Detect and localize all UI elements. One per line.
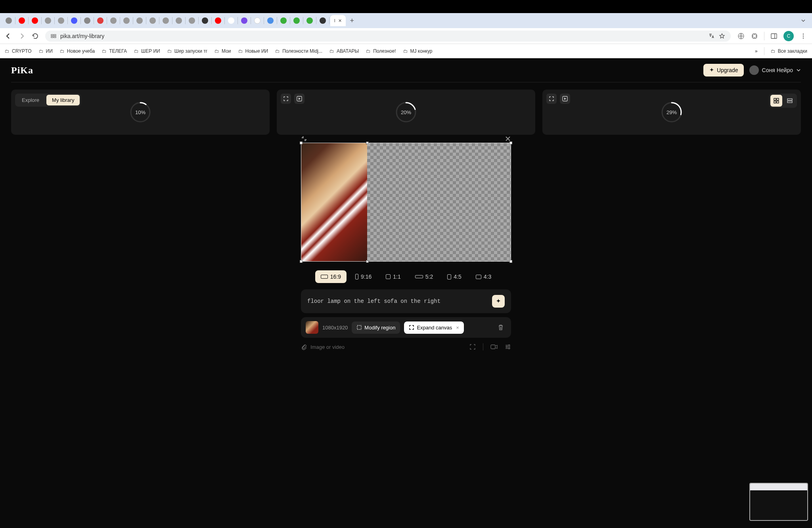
image-thumbnail[interactable] — [306, 321, 318, 334]
tab-explore[interactable]: Explore — [16, 95, 45, 105]
browser-tab[interactable] — [199, 16, 211, 25]
aspect-4-5[interactable]: 4:5 — [442, 270, 467, 283]
resize-handle[interactable] — [509, 142, 512, 144]
bookmark-item[interactable]: 🗀Шер запуски тг — [167, 48, 207, 54]
browser-tab[interactable] — [29, 16, 40, 25]
enhance-button[interactable] — [492, 295, 505, 308]
attachment-icon[interactable] — [301, 344, 307, 350]
tab-my-library[interactable]: My library — [46, 95, 80, 105]
globe-icon[interactable] — [737, 32, 745, 40]
play-icon[interactable] — [294, 94, 304, 104]
browser-tab[interactable] — [147, 16, 158, 25]
app-root: PiKa Upgrade Соня Нейро Explore My libra… — [0, 58, 812, 528]
bookmark-item[interactable]: 🗀АВАТАРЫ — [329, 48, 359, 54]
close-icon[interactable] — [505, 136, 511, 142]
browser-tab[interactable] — [186, 16, 197, 25]
upgrade-button[interactable]: Upgrade — [703, 64, 744, 77]
list-view-button[interactable] — [784, 95, 796, 107]
delete-button[interactable] — [495, 322, 506, 333]
browser-tab[interactable] — [82, 16, 93, 25]
translate-icon[interactable] — [709, 33, 715, 39]
expand-icon[interactable] — [281, 94, 291, 104]
url-bar[interactable]: pika.art/my-library — [45, 31, 731, 42]
browser-tab[interactable] — [226, 16, 237, 25]
resize-handle[interactable] — [300, 142, 303, 144]
close-icon[interactable]: × — [456, 325, 459, 331]
folder-icon: 🗀 — [102, 48, 107, 54]
bookmarks-overflow[interactable]: » — [755, 48, 758, 54]
bookmark-item[interactable]: 🗀ШЕР ИИ — [134, 48, 160, 54]
grid-view-button[interactable] — [770, 95, 782, 107]
prompt-row — [301, 289, 511, 313]
settings-icon[interactable] — [505, 344, 511, 350]
app-header: PiKa Upgrade Соня Нейро — [0, 58, 812, 82]
canvas[interactable] — [301, 143, 511, 262]
bookmark-item[interactable]: 🗀Новое учеба — [60, 48, 95, 54]
progress-card: 20% — [277, 90, 535, 135]
extensions-icon[interactable] — [751, 32, 758, 40]
profile-avatar[interactable]: C — [783, 31, 794, 41]
expand-icon[interactable] — [546, 94, 557, 104]
browser-tab[interactable] — [173, 16, 184, 25]
browser-tab[interactable] — [16, 16, 27, 25]
aspect-1-1[interactable]: 1:1 — [380, 270, 406, 283]
back-button[interactable] — [5, 33, 12, 40]
prompt-input[interactable] — [307, 298, 488, 304]
source-image[interactable] — [301, 143, 367, 261]
modify-region-button[interactable]: Modify region — [352, 321, 400, 334]
browser-tab[interactable] — [213, 16, 224, 25]
browser-tab[interactable] — [121, 16, 132, 25]
browser-tab[interactable] — [69, 16, 80, 25]
all-bookmarks[interactable]: 🗀Все закладки — [771, 48, 807, 54]
menu-icon[interactable] — [799, 32, 807, 40]
browser-tab[interactable] — [42, 16, 54, 25]
bookmark-star-icon[interactable] — [719, 33, 725, 39]
aspect-16-9[interactable]: 16:9 — [315, 270, 347, 283]
tabs-dropdown[interactable] — [798, 17, 809, 25]
aspect-9-16[interactable]: 9:16 — [350, 270, 377, 283]
svg-rect-24 — [357, 325, 361, 329]
user-menu[interactable]: Соня Нейро — [749, 65, 801, 75]
browser-tab[interactable] — [317, 16, 328, 25]
browser-tab[interactable] — [56, 16, 67, 25]
sidepanel-icon[interactable] — [770, 32, 778, 40]
aspect-5-2[interactable]: 5:2 — [410, 270, 439, 283]
forward-button[interactable] — [18, 33, 25, 40]
bookmark-item[interactable]: 🗀MJ конкур — [403, 48, 433, 54]
aspect-4-3[interactable]: 4:3 — [470, 270, 497, 283]
bookmark-item[interactable]: 🗀Новые ИИ — [238, 48, 268, 54]
bookmark-item[interactable]: 🗀Полезности Midj... — [275, 48, 322, 54]
collapse-icon[interactable] — [301, 136, 307, 142]
bookmark-item[interactable]: 🗀Мои — [214, 48, 231, 54]
browser-tab[interactable] — [304, 16, 315, 25]
resize-handle[interactable] — [509, 260, 512, 263]
browser-tab[interactable] — [265, 16, 276, 25]
bookmark-item[interactable]: 🗀ИИ — [39, 48, 53, 54]
close-icon[interactable]: × — [338, 17, 341, 24]
site-info-icon[interactable] — [51, 33, 56, 39]
bookmark-item[interactable]: 🗀Полезное! — [366, 48, 396, 54]
bookmark-item[interactable]: 🗀ТЕЛЕГА — [102, 48, 127, 54]
browser-tab[interactable] — [134, 16, 145, 25]
svg-point-28 — [509, 348, 510, 349]
resize-handle[interactable] — [300, 260, 303, 263]
browser-tab[interactable] — [239, 16, 250, 25]
browser-tab[interactable] — [252, 16, 263, 25]
browser-tab[interactable] — [278, 16, 289, 25]
fullscreen-icon[interactable] — [469, 344, 476, 350]
browser-tab[interactable] — [291, 16, 302, 25]
browser-tab-active[interactable]: l× — [330, 15, 346, 26]
bookmark-item[interactable]: 🗀CRYPTO — [5, 48, 32, 54]
new-tab-button[interactable]: + — [347, 15, 358, 26]
canvas-container — [301, 143, 511, 262]
picture-in-picture[interactable] — [749, 483, 808, 521]
play-icon[interactable] — [560, 94, 570, 104]
browser-tab[interactable] — [108, 16, 119, 25]
browser-tab[interactable] — [95, 16, 106, 25]
video-icon[interactable] — [490, 344, 498, 350]
expand-canvas-button[interactable]: Expand canvas × — [404, 321, 464, 334]
logo[interactable]: PiKa — [11, 65, 33, 76]
browser-tab[interactable] — [160, 16, 171, 25]
reload-button[interactable] — [32, 33, 39, 40]
browser-tab[interactable] — [3, 16, 14, 25]
